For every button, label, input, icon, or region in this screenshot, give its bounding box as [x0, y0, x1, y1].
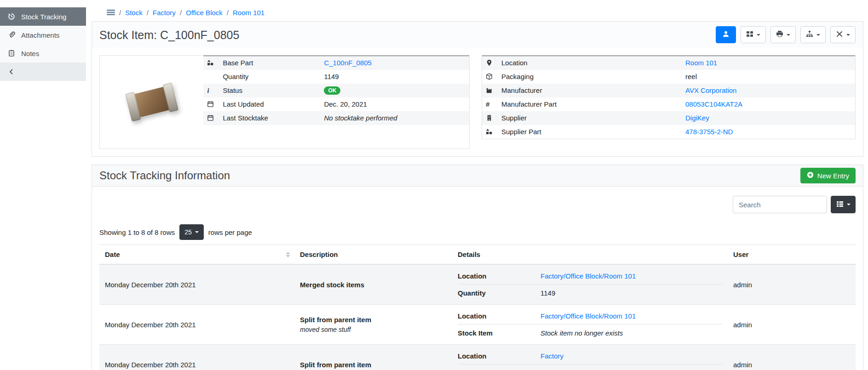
- detail-label: Quantity: [219, 70, 320, 84]
- stock-item-location-box: Location Room 101 Packaging reel Manufac…: [482, 55, 856, 139]
- user-cell: admin: [728, 345, 856, 370]
- detail-location-link[interactable]: Factory: [540, 352, 563, 360]
- table-row[interactable]: Monday December 20th 2021 Split from par…: [99, 305, 856, 345]
- note-icon: [7, 50, 16, 57]
- list-icon: [836, 200, 844, 209]
- edit-dropdown-button[interactable]: [830, 26, 856, 43]
- detail-row-last-updated: Last Updated Dec. 20, 2021: [203, 97, 469, 111]
- history-icon: [7, 13, 16, 20]
- tracking-table: Date Description Details User Monday Dec…: [99, 245, 856, 370]
- sidebar-item-attachments[interactable]: Attachments: [0, 26, 86, 44]
- chevron-down-icon: [846, 34, 850, 38]
- sidebar-item-label: Attachments: [21, 31, 59, 39]
- detail-label: Supplier Part: [498, 125, 682, 139]
- chevron-down-icon: [816, 34, 820, 38]
- detail-row-manufacturer-part: # Manufacturer Part 08053C104KAT2A: [482, 97, 855, 111]
- detail-row-location: Location Room 101: [482, 56, 855, 70]
- options-dropdown-button[interactable]: [741, 26, 766, 43]
- supplier-link[interactable]: DigiKey: [685, 114, 709, 122]
- table-row[interactable]: Monday December 20th 2021 Merged stock i…: [99, 264, 856, 305]
- grid-icon: [746, 30, 753, 39]
- column-header-date[interactable]: Date: [99, 245, 294, 265]
- detail-row-base-part: Base Part C_100nF_0805: [203, 56, 469, 70]
- page-size-value: 25: [184, 228, 192, 236]
- breadcrumb-link-office-block[interactable]: Office Block: [186, 9, 223, 17]
- detail-label: Last Updated: [219, 97, 320, 111]
- stock-tracking-panel: Stock Tracking Information New Entry Sho…: [92, 165, 863, 370]
- chevron-down-icon: [847, 204, 851, 207]
- details-cell: Location Factory Stock Item Stock item n…: [452, 345, 728, 370]
- search-input[interactable]: [733, 196, 827, 213]
- info-icon: i: [207, 87, 209, 94]
- user-icon: [722, 30, 730, 39]
- breadcrumb-link-room-101[interactable]: Room 101: [233, 9, 264, 17]
- calendar-icon: [207, 114, 215, 121]
- sidebar: Stock Tracking Attachments Notes: [0, 7, 86, 81]
- detail-sub-label: Location: [458, 352, 540, 360]
- print-dropdown-button[interactable]: [770, 26, 796, 43]
- menu-icon[interactable]: [107, 9, 115, 16]
- toolbar: [716, 26, 856, 43]
- stock-admin-button[interactable]: [716, 26, 736, 43]
- detail-sub-label: Location: [458, 312, 540, 320]
- capacitor-image: [125, 82, 178, 121]
- last-stocktake-value: No stocktake performed: [320, 111, 469, 125]
- printer-icon: [776, 30, 783, 39]
- supplier-part-link[interactable]: 478-3755-2-ND: [685, 128, 733, 136]
- breadcrumb-separator: /: [119, 9, 121, 17]
- column-header-details: Details: [452, 245, 728, 265]
- detail-label: Status: [219, 84, 320, 97]
- sitemap-icon: [806, 30, 813, 39]
- chevron-down-icon: [195, 231, 199, 235]
- part-thumbnail[interactable]: [100, 56, 203, 148]
- manufacturer-part-link[interactable]: 08053C104KAT2A: [685, 100, 742, 108]
- detail-sub-label: Quantity: [458, 289, 540, 297]
- detail-row-supplier: Supplier DigiKey: [482, 111, 855, 125]
- box-icon: [486, 73, 494, 80]
- section-title: Stock Tracking Information: [99, 168, 230, 183]
- shapes-icon: [207, 59, 215, 66]
- description-note: moved some stuff: [300, 326, 447, 333]
- sort-icon[interactable]: [286, 250, 290, 259]
- sidebar-collapse-button[interactable]: [0, 63, 86, 81]
- chevron-down-icon: [787, 34, 790, 38]
- sidebar-item-label: Stock Tracking: [21, 13, 66, 21]
- description-text: Merged stock items: [300, 281, 447, 289]
- detail-row-last-stocktake: Last Stocktake No stocktake performed: [203, 111, 469, 125]
- breadcrumb-separator: /: [180, 9, 182, 17]
- detail-label: Last Stocktake: [219, 111, 320, 125]
- base-part-link[interactable]: C_100nF_0805: [324, 59, 371, 67]
- columns-dropdown-button[interactable]: [831, 196, 856, 213]
- new-entry-label: New Entry: [817, 172, 849, 180]
- table-controls: [99, 196, 856, 213]
- page-title: Stock Item: C_100nF_0805: [99, 28, 239, 42]
- manufacturer-link[interactable]: AVX Corporation: [685, 86, 736, 94]
- breadcrumb-link-stock[interactable]: Stock: [125, 9, 143, 17]
- detail-sub-value: 1149: [540, 289, 555, 297]
- location-link[interactable]: Room 101: [685, 59, 717, 67]
- new-entry-button[interactable]: New Entry: [800, 168, 856, 183]
- app: Stock Tracking Attachments Notes /: [0, 0, 868, 370]
- pagination: Showing 1 to 8 of 8 rows 25 rows per pag…: [99, 224, 856, 240]
- sidebar-item-notes[interactable]: Notes: [0, 44, 86, 63]
- table-row[interactable]: Monday December 20th 2021 Split from par…: [99, 345, 856, 370]
- chevron-left-icon: [7, 68, 16, 75]
- map-marker-icon: [486, 59, 494, 66]
- detail-row-quantity: Quantity 1149: [203, 70, 469, 84]
- column-header-user: User: [728, 245, 856, 265]
- breadcrumb-link-factory[interactable]: Factory: [153, 9, 176, 17]
- user-cell: admin: [728, 305, 856, 345]
- stock-actions-dropdown-button[interactable]: [800, 26, 826, 43]
- breadcrumb-separator: /: [147, 9, 149, 17]
- detail-location-link[interactable]: Factory/Office Block/Room 101: [540, 312, 636, 320]
- stock-item-summary-table: Base Part C_100nF_0805 Quantity 1149 i S…: [203, 56, 469, 125]
- page-size-dropdown[interactable]: 25: [179, 224, 204, 240]
- plus-circle-icon: [807, 171, 814, 180]
- industry-icon: [486, 87, 494, 94]
- stock-item-summary-box: Base Part C_100nF_0805 Quantity 1149 i S…: [99, 55, 470, 149]
- sidebar-item-stock-tracking[interactable]: Stock Tracking: [0, 7, 86, 26]
- last-updated-value: Dec. 20, 2021: [320, 97, 469, 111]
- stock-item-location-table: Location Room 101 Packaging reel Manufac…: [482, 56, 855, 139]
- detail-label: Location: [498, 56, 682, 70]
- detail-location-link[interactable]: Factory/Office Block/Room 101: [540, 272, 636, 280]
